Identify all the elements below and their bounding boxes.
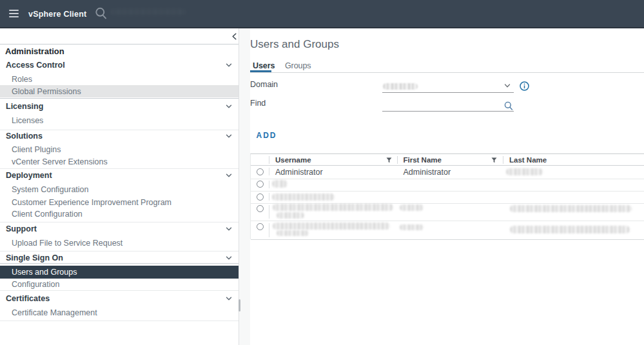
table-row-4-redacted-last-name	[510, 205, 632, 212]
chevron-down-icon	[225, 172, 233, 179]
chevron-down-icon	[225, 103, 233, 110]
domain-select[interactable]	[382, 80, 514, 93]
domain-select-border	[382, 92, 514, 93]
table-row-2-redacted-username	[272, 180, 288, 188]
app-header: vSphere Client	[0, 0, 644, 28]
sidebar-item-vcenter-server-extensions[interactable]: vCenter Server Extensions	[0, 156, 239, 168]
hamburger-icon[interactable]	[9, 9, 19, 18]
sidebar-item-certificate-management[interactable]: Certificate Management	[0, 307, 239, 319]
table-row-5-redacted-username	[277, 230, 309, 236]
sidebar-group-access-control[interactable]: Access Control	[0, 59, 239, 72]
sidebar-item-upload-file-to-service-request[interactable]: Upload File to Service Request	[0, 237, 239, 250]
sidebar-group-deployment[interactable]: Deployment	[0, 168, 239, 182]
column-header-first-name[interactable]: First Name	[404, 154, 442, 166]
search-icon[interactable]	[95, 6, 108, 20]
chevron-down-icon	[225, 295, 233, 302]
find-input-border	[382, 111, 514, 112]
sidebar-item-client-configuration[interactable]: Client Configuration	[0, 208, 239, 220]
table-bottom-border	[251, 239, 644, 240]
collapse-sidebar-icon[interactable]	[230, 32, 239, 41]
row-radio-1[interactable]	[257, 168, 264, 175]
sidebar-item-client-plugins[interactable]: Client Plugins	[0, 144, 239, 156]
sidebar-item-system-configuration[interactable]: System Configuration	[0, 184, 239, 196]
table-row-5-redacted-username	[273, 222, 390, 230]
column-separator	[269, 156, 269, 164]
users-table: UsernameFirst NameLast Name Administrato…	[250, 153, 644, 239]
cell-separator	[269, 181, 269, 188]
table-row-3-redacted-username	[272, 193, 335, 201]
sidebar-group-certificates[interactable]: Certificates	[0, 291, 239, 305]
chevron-down-icon	[503, 82, 511, 90]
tabs-divider	[250, 72, 644, 73]
info-icon[interactable]	[520, 81, 529, 91]
cell-separator	[269, 205, 269, 219]
find-input[interactable]	[382, 99, 514, 112]
sidebar-divider	[0, 263, 239, 264]
chevron-down-icon	[225, 225, 233, 233]
chevron-down-icon	[225, 61, 233, 69]
sidebar-group-licensing[interactable]: Licensing	[0, 100, 239, 113]
domain-label: Domain	[250, 80, 278, 89]
row-separator	[251, 221, 644, 221]
sidebar-divider	[0, 98, 239, 99]
column-header-last-name[interactable]: Last Name	[509, 154, 547, 166]
cell-separator	[269, 223, 269, 237]
cell-separator	[269, 168, 269, 175]
sidebar-title: Administration	[5, 44, 231, 59]
sidebar-item-global-permissions[interactable]: Global Permissions	[0, 85, 239, 97]
column-header-username[interactable]: Username	[275, 154, 311, 166]
sidebar-item-configuration[interactable]: Configuration	[0, 279, 239, 291]
search-input[interactable]	[111, 9, 186, 15]
chevron-down-icon	[225, 132, 233, 140]
tab-users[interactable]: Users	[253, 61, 275, 71]
page-title: Users and Groups	[250, 37, 339, 52]
table-row-5-redacted-last-name	[510, 226, 630, 233]
domain-select-value	[383, 83, 418, 90]
splitter-handle[interactable]	[239, 299, 241, 311]
table-header: UsernameFirst NameLast Name	[251, 154, 644, 166]
chevron-down-icon	[225, 254, 233, 262]
tab-groups[interactable]: Groups	[285, 61, 311, 71]
cell-separator	[269, 193, 269, 201]
sidebar-group-solutions[interactable]: Solutions	[0, 129, 239, 143]
sidebar-group-support[interactable]: Support	[0, 222, 239, 236]
filter-icon[interactable]	[491, 157, 497, 163]
table-row-1-redacted-last-name	[506, 168, 543, 175]
table-row-1-first-name: Administrator	[404, 168, 451, 177]
row-radio-3[interactable]	[257, 193, 264, 201]
main-content: Users and Groups Users Groups Domain Fin…	[250, 28, 644, 345]
sidebar-item-users-and-groups[interactable]: Users and Groups	[0, 266, 239, 279]
add-button[interactable]: ADD	[257, 131, 277, 140]
row-radio-4[interactable]	[257, 205, 264, 212]
table-row-4-redacted-username	[273, 204, 394, 211]
row-separator	[251, 191, 644, 192]
find-label: Find	[250, 99, 266, 108]
row-radio-2[interactable]	[257, 181, 264, 188]
table-row-5-redacted-first-name	[400, 224, 424, 231]
panel-splitter[interactable]	[239, 28, 250, 345]
sidebar-divider	[0, 44, 239, 44]
sidebar-nav: Administration Access ControlRolesGlobal…	[0, 28, 239, 345]
table-row-1-username: Administrator	[275, 168, 323, 177]
sidebar-item-licenses[interactable]: Licenses	[0, 115, 239, 127]
row-radio-5[interactable]	[257, 223, 264, 230]
column-separator	[503, 156, 503, 164]
filter-icon[interactable]	[386, 157, 392, 163]
table-row-4-redacted-username	[277, 212, 304, 219]
table-row-4-redacted-first-name	[400, 204, 424, 211]
row-separator	[251, 179, 644, 179]
sidebar-divider	[0, 320, 239, 321]
sidebar-item-roles[interactable]: Roles	[0, 73, 239, 85]
app-title: vSphere Client	[28, 10, 86, 19]
vsphere-client-app: vSphere Client Administration Access Con…	[0, 0, 644, 345]
sidebar-item-customer-experience-improvement-program[interactable]: Customer Experience Improvement Program	[0, 196, 239, 208]
search-icon	[503, 101, 514, 112]
column-separator	[397, 156, 398, 164]
